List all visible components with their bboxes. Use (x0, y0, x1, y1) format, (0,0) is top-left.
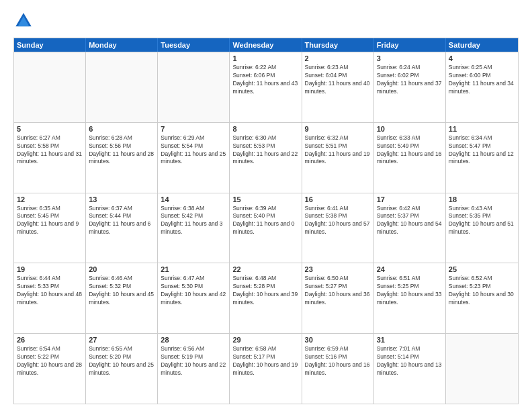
day-number: 11 (449, 125, 515, 133)
sunrise-text: Sunrise: 6:42 AM (377, 205, 443, 213)
day-cell-24: 24Sunrise: 6:51 AMSunset: 5:25 PMDayligh… (374, 263, 446, 333)
day-info: Sunrise: 6:30 AMSunset: 5:53 PMDaylight:… (232, 134, 298, 167)
day-info: Sunrise: 6:38 AMSunset: 5:42 PMDaylight:… (161, 205, 226, 237)
sunrise-text: Sunrise: 6:55 AM (89, 345, 154, 353)
calendar-header: SundayMondayTuesdayWednesdayThursdayFrid… (14, 38, 518, 52)
sunrise-text: Sunrise: 6:46 AM (89, 275, 154, 283)
day-cell-17: 17Sunrise: 6:42 AMSunset: 5:37 PMDayligh… (374, 193, 446, 263)
day-number: 30 (305, 336, 371, 344)
calendar-row-4: 26Sunrise: 6:54 AMSunset: 5:22 PMDayligh… (14, 333, 518, 404)
sunrise-text: Sunrise: 6:50 AM (305, 275, 371, 283)
day-info: Sunrise: 6:48 AMSunset: 5:28 PMDaylight:… (232, 275, 298, 307)
sunset-text: Sunset: 5:22 PM (17, 353, 83, 361)
day-cell-6: 6Sunrise: 6:28 AMSunset: 5:56 PMDaylight… (86, 123, 158, 193)
sunrise-text: Sunrise: 6:44 AM (17, 275, 83, 283)
daylight-text: Daylight: 11 hours and 19 minutes. (305, 150, 371, 167)
day-number: 17 (377, 195, 443, 203)
empty-cell-0-1 (86, 52, 158, 122)
header-day-sunday: Sunday (14, 38, 86, 52)
daylight-text: Daylight: 10 hours and 54 minutes. (377, 220, 443, 236)
sunset-text: Sunset: 5:23 PM (449, 283, 515, 291)
daylight-text: Daylight: 11 hours and 37 minutes. (377, 80, 443, 96)
day-cell-22: 22Sunrise: 6:48 AMSunset: 5:28 PMDayligh… (230, 263, 302, 333)
sunrise-text: Sunrise: 6:43 AM (449, 205, 515, 213)
daylight-text: Daylight: 10 hours and 19 minutes. (232, 361, 298, 377)
day-cell-25: 25Sunrise: 6:52 AMSunset: 5:23 PMDayligh… (446, 263, 518, 333)
day-cell-12: 12Sunrise: 6:35 AMSunset: 5:45 PMDayligh… (14, 193, 86, 263)
day-cell-7: 7Sunrise: 6:29 AMSunset: 5:54 PMDaylight… (158, 123, 230, 193)
day-cell-23: 23Sunrise: 6:50 AMSunset: 5:27 PMDayligh… (302, 263, 374, 333)
day-info: Sunrise: 6:51 AMSunset: 5:25 PMDaylight:… (377, 275, 443, 307)
daylight-text: Daylight: 10 hours and 48 minutes. (17, 291, 83, 307)
sunset-text: Sunset: 5:40 PM (232, 212, 298, 220)
daylight-text: Daylight: 10 hours and 28 minutes. (17, 361, 83, 377)
sunrise-text: Sunrise: 6:56 AM (161, 345, 226, 353)
sunrise-text: Sunrise: 6:58 AM (232, 345, 298, 353)
day-info: Sunrise: 6:24 AMSunset: 6:02 PMDaylight:… (377, 64, 443, 96)
day-info: Sunrise: 6:37 AMSunset: 5:44 PMDaylight:… (89, 205, 154, 237)
sunrise-text: Sunrise: 6:41 AM (305, 205, 371, 213)
header-day-wednesday: Wednesday (230, 38, 302, 52)
sunset-text: Sunset: 5:25 PM (377, 283, 443, 291)
empty-cell-0-0 (14, 52, 86, 122)
day-number: 12 (17, 195, 83, 203)
day-number: 20 (89, 265, 154, 273)
sunrise-text: Sunrise: 6:59 AM (305, 345, 371, 353)
day-cell-28: 28Sunrise: 6:56 AMSunset: 5:19 PMDayligh… (158, 334, 230, 404)
sunrise-text: Sunrise: 6:51 AM (377, 275, 443, 283)
sunset-text: Sunset: 5:19 PM (161, 353, 226, 361)
daylight-text: Daylight: 10 hours and 13 minutes. (377, 361, 443, 377)
daylight-text: Daylight: 11 hours and 6 minutes. (89, 220, 154, 236)
day-cell-15: 15Sunrise: 6:39 AMSunset: 5:40 PMDayligh… (230, 193, 302, 263)
day-info: Sunrise: 6:54 AMSunset: 5:22 PMDaylight:… (17, 345, 83, 377)
sunrise-text: Sunrise: 6:39 AM (232, 205, 298, 213)
day-info: Sunrise: 6:35 AMSunset: 5:45 PMDaylight:… (17, 205, 83, 237)
calendar-row-2: 12Sunrise: 6:35 AMSunset: 5:45 PMDayligh… (14, 193, 518, 263)
day-number: 22 (232, 265, 298, 273)
day-number: 31 (377, 336, 443, 344)
day-info: Sunrise: 6:41 AMSunset: 5:38 PMDaylight:… (305, 205, 371, 237)
day-number: 7 (161, 125, 226, 133)
sunrise-text: Sunrise: 6:30 AM (232, 134, 298, 142)
daylight-text: Daylight: 11 hours and 34 minutes. (449, 80, 515, 96)
sunrise-text: Sunrise: 6:22 AM (232, 64, 298, 72)
day-cell-14: 14Sunrise: 6:38 AMSunset: 5:42 PMDayligh… (158, 193, 230, 263)
page: SundayMondayTuesdayWednesdayThursdayFrid… (0, 0, 532, 411)
day-number: 28 (161, 336, 226, 344)
sunset-text: Sunset: 6:04 PM (305, 72, 371, 80)
sunrise-text: Sunrise: 6:33 AM (377, 134, 443, 142)
day-info: Sunrise: 6:39 AMSunset: 5:40 PMDaylight:… (232, 205, 298, 237)
day-cell-19: 19Sunrise: 6:44 AMSunset: 5:33 PMDayligh… (14, 263, 86, 333)
day-info: Sunrise: 6:59 AMSunset: 5:16 PMDaylight:… (305, 345, 371, 377)
sunset-text: Sunset: 5:42 PM (161, 212, 226, 220)
sunrise-text: Sunrise: 6:25 AM (449, 64, 515, 72)
sunset-text: Sunset: 5:53 PM (232, 142, 298, 150)
calendar-body: 1Sunrise: 6:22 AMSunset: 6:06 PMDaylight… (14, 52, 518, 404)
day-info: Sunrise: 6:56 AMSunset: 5:19 PMDaylight:… (161, 345, 226, 377)
sunset-text: Sunset: 5:56 PM (89, 142, 154, 150)
sunset-text: Sunset: 5:38 PM (305, 212, 371, 220)
daylight-text: Daylight: 11 hours and 16 minutes. (377, 150, 443, 167)
day-info: Sunrise: 6:32 AMSunset: 5:51 PMDaylight:… (305, 134, 371, 167)
daylight-text: Daylight: 10 hours and 33 minutes. (377, 291, 443, 307)
day-number: 15 (232, 195, 298, 203)
sunset-text: Sunset: 5:54 PM (161, 142, 226, 150)
day-number: 21 (161, 265, 226, 273)
sunset-text: Sunset: 5:16 PM (305, 353, 371, 361)
header-day-saturday: Saturday (446, 38, 518, 52)
header-day-thursday: Thursday (302, 38, 374, 52)
day-number: 19 (17, 265, 83, 273)
sunset-text: Sunset: 5:14 PM (377, 353, 443, 361)
sunrise-text: Sunrise: 6:32 AM (305, 134, 371, 142)
daylight-text: Daylight: 11 hours and 3 minutes. (161, 220, 226, 236)
calendar-row-3: 19Sunrise: 6:44 AMSunset: 5:33 PMDayligh… (14, 263, 518, 333)
day-number: 26 (17, 336, 83, 344)
day-number: 24 (377, 265, 443, 273)
sunset-text: Sunset: 5:32 PM (89, 283, 154, 291)
day-number: 10 (377, 125, 443, 133)
sunrise-text: Sunrise: 6:37 AM (89, 205, 154, 213)
calendar-row-0: 1Sunrise: 6:22 AMSunset: 6:06 PMDaylight… (14, 52, 518, 122)
day-number: 5 (17, 125, 83, 133)
day-info: Sunrise: 6:22 AMSunset: 6:06 PMDaylight:… (232, 64, 298, 96)
sunrise-text: Sunrise: 6:38 AM (161, 205, 226, 213)
